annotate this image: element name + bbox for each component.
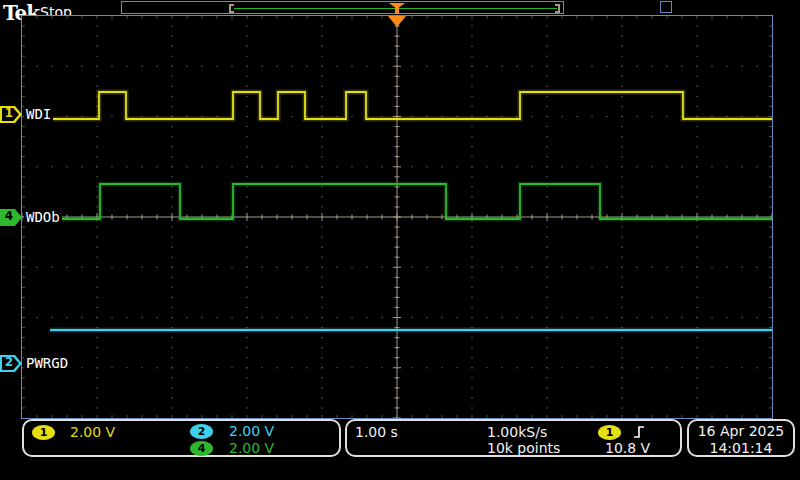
waveform-plot <box>22 16 772 418</box>
channel-2-marker-digit: 2 <box>3 356 15 369</box>
top-indicator-box <box>660 1 672 13</box>
scope-screen: Tek Stop WDI WDOb PWRGD 1 4 2 1 2.00 V 2… <box>0 0 800 480</box>
horizontal-trigger-readout-panel[interactable]: 1.00 s 1.00kS/s 10k points 1 10.8 V <box>345 419 682 457</box>
channel-1-position-marker[interactable]: 1 <box>0 106 22 123</box>
timebase-readout: 1.00 s <box>355 425 398 440</box>
channel-1-scale-readout: 2.00 V <box>70 425 115 440</box>
channel-2-scale-readout: 2.00 V <box>229 424 274 439</box>
trigger-slope-rising-icon <box>632 424 646 440</box>
trigger-position-marker-stem <box>395 3 399 14</box>
sample-rate-readout: 1.00kS/s <box>487 425 547 440</box>
channel-2-badge: 2 <box>190 424 213 439</box>
channel-4-marker-digit: 4 <box>3 210 15 223</box>
channels-readout-panel[interactable]: 1 2.00 V 2 2.00 V 4 2.00 V <box>22 419 341 457</box>
channel-4-badge: 4 <box>190 441 213 456</box>
date-readout: 16 Apr 2025 <box>689 424 793 439</box>
expansion-bracket-left[interactable] <box>229 4 234 13</box>
channel-2-label: PWRGD <box>24 355 70 372</box>
channel-4-scale-readout: 2.00 V <box>229 441 274 456</box>
channel-1-label: WDI <box>24 106 53 123</box>
channel-4-position-marker[interactable]: 4 <box>0 209 22 226</box>
time-readout: 14:01:14 <box>689 441 793 456</box>
datetime-panel: 16 Apr 2025 14:01:14 <box>687 419 795 457</box>
graticule <box>21 15 773 419</box>
trigger-source-badge: 1 <box>598 425 621 440</box>
record-view-bar[interactable] <box>121 1 564 14</box>
expansion-bracket-right[interactable] <box>555 4 560 13</box>
channel-1-marker-digit: 1 <box>3 107 15 120</box>
channel-1-badge: 1 <box>32 425 55 440</box>
record-length-readout: 10k points <box>487 441 560 456</box>
channel-4-label: WDOb <box>24 209 62 226</box>
channel-2-position-marker[interactable]: 2 <box>0 355 22 372</box>
trigger-level-readout: 10.8 V <box>605 441 650 456</box>
